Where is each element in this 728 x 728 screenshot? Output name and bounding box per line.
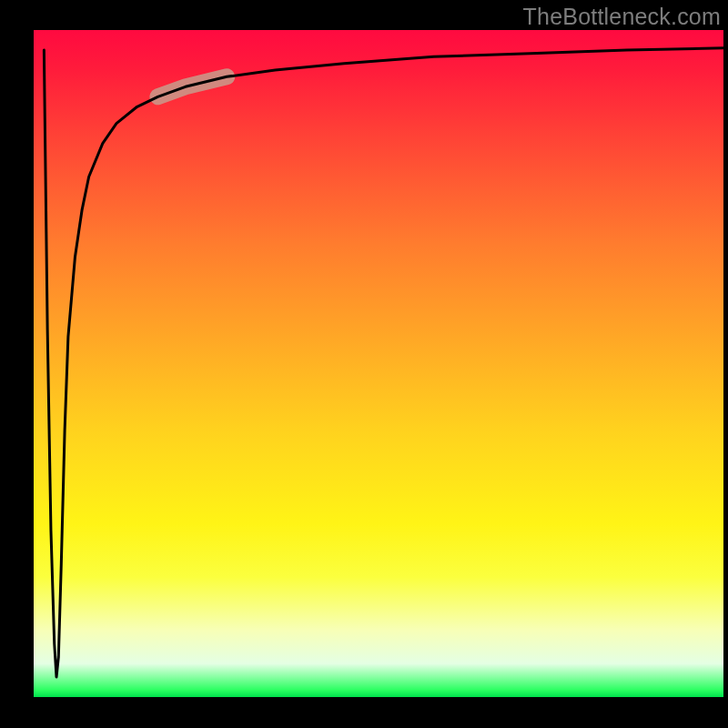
curve-svg-layer bbox=[34, 30, 723, 697]
attribution-watermark: TheBottleneck.com bbox=[523, 4, 721, 30]
bottleneck-curve bbox=[44, 48, 723, 677]
chart-stage: TheBottleneck.com bbox=[0, 0, 728, 728]
